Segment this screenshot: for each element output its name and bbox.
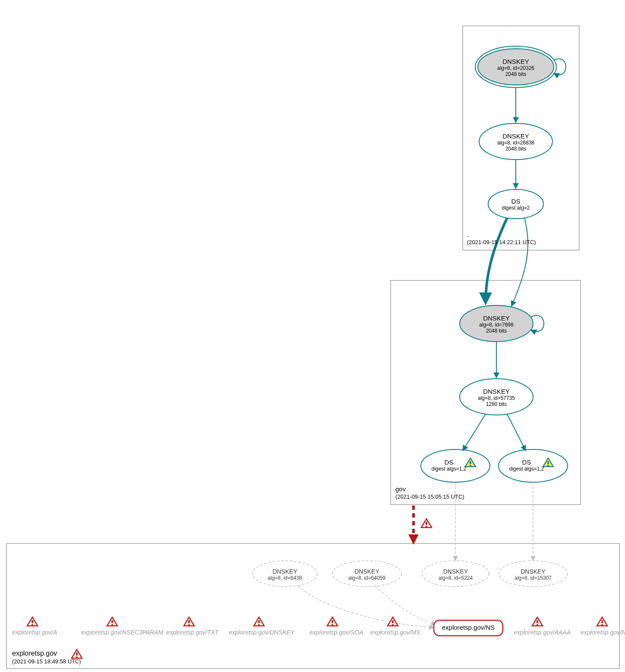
gov-ds1: DS digest algs=1,2 <box>425 458 473 472</box>
record-mx: exploretsp.gov/MX <box>370 629 420 636</box>
zone-box-exploretsp <box>6 543 619 669</box>
exploretsp-dnskey-1: DNSKEY alg=8, id=6438 <box>259 568 311 581</box>
zone-label-gov: gov (2021-09-15 15:05:15 UTC) <box>395 485 464 500</box>
dnssec-graph: . (2021-09-15 14:22:11 UTC) DNSKEY alg=8… <box>0 0 625 672</box>
record-ns: exploretsp.gov/NS <box>437 624 500 631</box>
gov-zsk: DNSKEY alg=8, id=57735 1280 bits <box>462 388 531 407</box>
root-ksk: DNSKEY alg=8, id=20326 2048 bits <box>481 58 550 77</box>
zone-label-root: . (2021-09-15 14:22:11 UTC) <box>467 230 536 246</box>
error-triangle-icon <box>184 617 194 626</box>
error-triangle-icon <box>254 617 264 626</box>
record-dnskey: exploretsp.gov/DNSKEY <box>229 629 295 636</box>
error-triangle-icon <box>27 617 38 626</box>
root-ds: DS digest alg=2 <box>490 198 542 211</box>
error-triangle-icon <box>597 617 607 626</box>
record-txt: exploretsp.gov/TXT <box>166 629 218 636</box>
gov-ksk: DNSKEY alg=8, id=7698 2048 bits <box>462 314 531 334</box>
error-triangle-icon <box>421 519 432 528</box>
error-triangle-icon <box>107 617 117 626</box>
error-triangle-icon <box>327 617 338 626</box>
record-a: exploretsp.gov/A <box>12 629 57 636</box>
record-ns2: exploretsp.gov/NS <box>581 629 625 636</box>
exploretsp-dnskey-3: DNSKEY alg=8, id=5224 <box>429 568 483 581</box>
error-triangle-icon <box>388 617 398 626</box>
gov-ds2: DS digest algs=1,2 <box>503 458 550 472</box>
record-nsec3param: exploretsp.gov/NSEC3PARAM <box>81 629 163 636</box>
exploretsp-dnskey-2: DNSKEY alg=8, id=64059 <box>339 568 395 581</box>
exploretsp-dnskey-4: DNSKEY alg=8, id=15307 <box>505 568 561 581</box>
error-triangle-icon <box>532 617 543 626</box>
zone-label-exploretsp: exploretsp.gov (2021-09-15 18:49:58 UTC) <box>12 649 81 666</box>
root-zsk: DNSKEY alg=8, id=26838 2048 bits <box>481 132 550 152</box>
record-soa: exploretsp.gov/SOA <box>309 629 363 636</box>
record-aaaa: exploretsp.gov/AAAA <box>514 629 571 636</box>
